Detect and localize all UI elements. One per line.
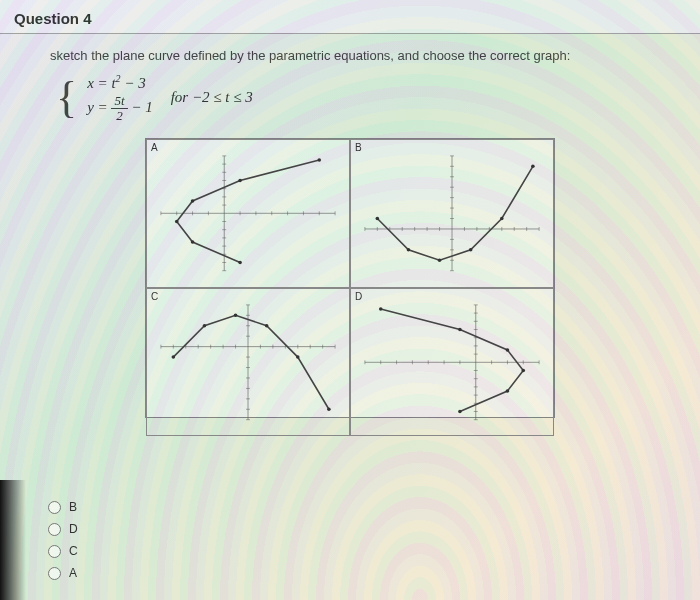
svg-point-93 (172, 355, 176, 359)
chart-panel-d: D (350, 288, 554, 437)
svg-point-63 (469, 248, 473, 252)
panel-label-a: A (151, 142, 158, 153)
svg-point-128 (521, 369, 525, 373)
panel-label-d: D (355, 291, 362, 302)
choice-label: C (69, 544, 78, 558)
choice-b[interactable]: B (48, 500, 78, 514)
svg-point-126 (458, 410, 462, 414)
svg-point-130 (458, 328, 462, 332)
svg-point-98 (327, 407, 331, 411)
choice-c[interactable]: C (48, 544, 78, 558)
chart-c (149, 291, 347, 434)
chart-panel-a: A (146, 139, 350, 288)
svg-point-28 (191, 241, 195, 245)
svg-point-94 (203, 324, 207, 328)
svg-point-30 (191, 199, 195, 203)
svg-point-127 (506, 389, 510, 393)
question-number: Question 4 (14, 10, 686, 27)
svg-point-32 (317, 158, 321, 162)
svg-point-65 (531, 165, 535, 169)
question-header: Question 4 (0, 0, 700, 34)
answer-choices: B D C A (48, 500, 78, 580)
equations-block: { x = t2 − 3 y = 5t2 − 1 for −2 ≤ t ≤ 3 (0, 69, 700, 130)
equation-y: y = 5t2 − 1 (87, 94, 153, 122)
choice-label: D (69, 522, 78, 536)
radio-icon[interactable] (48, 545, 61, 558)
chart-panel-c: C (146, 288, 350, 437)
svg-point-96 (265, 324, 269, 328)
choice-d[interactable]: D (48, 522, 78, 536)
svg-point-61 (407, 248, 411, 252)
svg-point-27 (238, 261, 242, 265)
svg-point-60 (376, 217, 380, 221)
chart-panel-b: B (350, 139, 554, 288)
panel-label-b: B (355, 142, 362, 153)
svg-point-131 (379, 307, 383, 311)
svg-point-29 (175, 220, 179, 224)
chart-a (149, 142, 347, 285)
choice-a[interactable]: A (48, 566, 78, 580)
chart-d (353, 291, 551, 434)
svg-point-62 (438, 259, 442, 263)
choice-label: B (69, 500, 77, 514)
question-prompt: sketch the plane curve defined by the pa… (0, 34, 700, 69)
svg-point-95 (234, 313, 238, 317)
panel-label-c: C (151, 291, 158, 302)
svg-point-64 (500, 217, 504, 221)
equation-x: x = t2 − 3 (87, 73, 153, 92)
radio-icon[interactable] (48, 523, 61, 536)
svg-point-31 (238, 179, 242, 183)
svg-point-97 (296, 355, 300, 359)
choice-label: A (69, 566, 77, 580)
left-brace: { (56, 78, 77, 118)
svg-point-129 (506, 348, 510, 352)
chart-b (353, 142, 551, 285)
domain-text: for −2 ≤ t ≤ 3 (171, 89, 253, 106)
radio-icon[interactable] (48, 567, 61, 580)
radio-icon[interactable] (48, 501, 61, 514)
chart-grid: A B C D (145, 138, 555, 418)
